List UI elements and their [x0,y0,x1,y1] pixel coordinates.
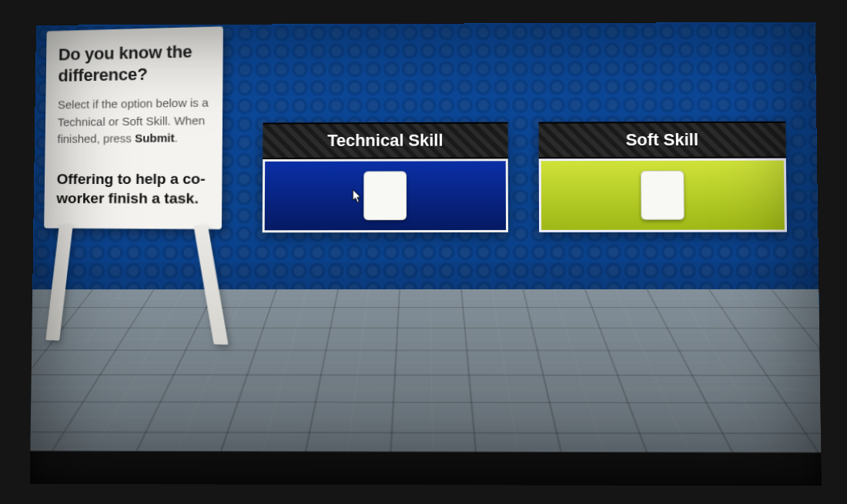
screen-frame: Do you know the difference? Select if th… [0,0,847,504]
sign-heading: Do you know the difference? [58,40,210,85]
answer-technical-body[interactable] [263,159,508,232]
answer-soft-body[interactable] [539,158,787,232]
sign-legs [42,228,222,339]
answer-soft[interactable]: Soft Skill [539,121,787,232]
drop-slot-soft[interactable] [641,170,685,219]
answer-technical[interactable]: Technical Skill [263,122,508,232]
drop-slot-technical[interactable] [363,171,407,220]
question-prompt: Offering to help a co-worker finish a ta… [56,169,209,209]
sign-instruction-text: Select if the option below is a Technica… [57,95,209,145]
sign-instructions: Select if the option below is a Technica… [57,94,209,148]
answer-boards: Technical Skill Soft Skill [263,121,787,232]
sign-instruction-submit: Submit [135,131,175,145]
sign-leg-left [45,225,72,340]
instruction-sign: Do you know the difference? Select if th… [42,26,223,339]
scene-stage: Do you know the difference? Select if th… [30,22,822,486]
sign-instruction-post: . [175,131,178,144]
sign-board: Do you know the difference? Select if th… [44,26,223,229]
answer-soft-label: Soft Skill [539,121,786,158]
answer-technical-label: Technical Skill [263,122,508,159]
cursor-icon [352,189,363,204]
